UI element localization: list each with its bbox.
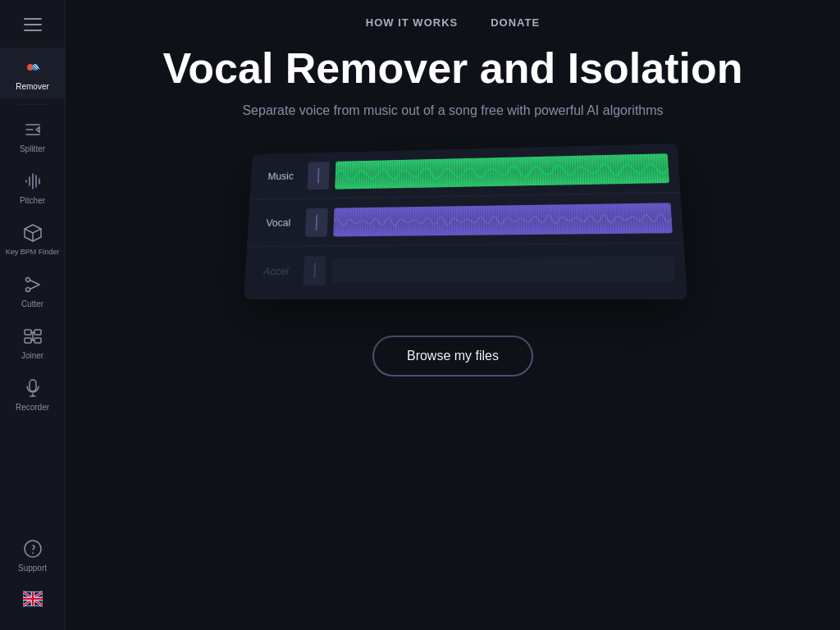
svg-point-5 (25, 277, 30, 281)
sidebar-item-cutter-label: Cutter (21, 299, 43, 308)
sidebar: Remover Splitter Pitcher Key BPM Finder (0, 0, 66, 630)
sidebar-item-language[interactable] (0, 581, 65, 622)
sidebar-item-keybpm-label: Key BPM Finder (6, 248, 60, 257)
splitter-icon (23, 118, 43, 141)
nav-donate[interactable]: DONATE (491, 16, 540, 29)
hero-section: Vocal Remover and Isolation Separate voi… (162, 45, 742, 377)
accel-fader (303, 256, 326, 285)
top-nav: HOW IT WORKS DONATE (366, 0, 540, 37)
vocal-track-label: Vocal (257, 217, 299, 229)
music-track-label: Music (260, 170, 302, 182)
accel-waveform (331, 256, 675, 282)
vocal-fader (305, 208, 328, 236)
sidebar-item-keybpm[interactable]: Key BPM Finder (0, 213, 65, 265)
music-waveform (335, 153, 669, 189)
svg-rect-2 (24, 30, 42, 31)
accel-track-label: Accel (254, 265, 298, 277)
language-flag-icon (23, 587, 43, 610)
sidebar-bottom: Support (0, 529, 65, 622)
sidebar-item-splitter-label: Splitter (20, 144, 45, 153)
main-content: HOW IT WORKS DONATE Vocal Remover and Is… (66, 0, 840, 630)
sidebar-item-remover[interactable]: Remover (0, 48, 65, 99)
svg-rect-9 (25, 338, 31, 343)
hero-title: Vocal Remover and Isolation (162, 45, 742, 92)
sidebar-item-recorder-label: Recorder (16, 403, 49, 412)
cutter-icon (23, 273, 43, 296)
svg-rect-8 (34, 330, 41, 335)
sidebar-item-cutter[interactable]: Cutter (0, 265, 65, 317)
accel-track-row: Accel (244, 244, 687, 295)
svg-point-6 (25, 287, 30, 291)
music-fader (307, 162, 330, 189)
svg-rect-0 (24, 18, 42, 20)
sidebar-divider (16, 104, 49, 105)
vocal-waveform (333, 203, 672, 236)
sidebar-item-pitcher-label: Pitcher (20, 196, 45, 205)
hamburger-menu[interactable] (0, 8, 65, 48)
sidebar-item-remover-label: Remover (16, 82, 49, 91)
sidebar-item-joiner-label: Joiner (21, 351, 43, 360)
sidebar-item-support[interactable]: Support (0, 529, 65, 581)
waveform-bg: Music Vocal (244, 144, 687, 299)
svg-rect-7 (25, 330, 31, 335)
recorder-icon (23, 377, 43, 399)
svg-rect-10 (34, 338, 41, 343)
sidebar-item-support-label: Support (18, 564, 47, 573)
sidebar-item-recorder[interactable]: Recorder (0, 368, 65, 420)
sidebar-item-pitcher[interactable]: Pitcher (0, 162, 65, 213)
keybpm-icon (23, 221, 43, 244)
nav-how-it-works[interactable]: HOW IT WORKS (366, 16, 458, 29)
hero-subtitle: Separate voice from music out of a song … (242, 103, 663, 118)
sidebar-item-splitter[interactable]: Splitter (0, 110, 65, 162)
remover-icon (23, 56, 43, 79)
joiner-icon (23, 325, 43, 348)
music-track-row: Music (249, 144, 680, 200)
vocal-track-row: Vocal (247, 193, 684, 247)
browse-files-button[interactable]: Browse my files (372, 336, 533, 377)
sidebar-item-joiner[interactable]: Joiner (0, 317, 65, 368)
waveform-visualization: Music Vocal (223, 143, 682, 307)
svg-rect-1 (24, 24, 42, 25)
support-icon (23, 537, 43, 560)
pitcher-icon (23, 170, 43, 193)
